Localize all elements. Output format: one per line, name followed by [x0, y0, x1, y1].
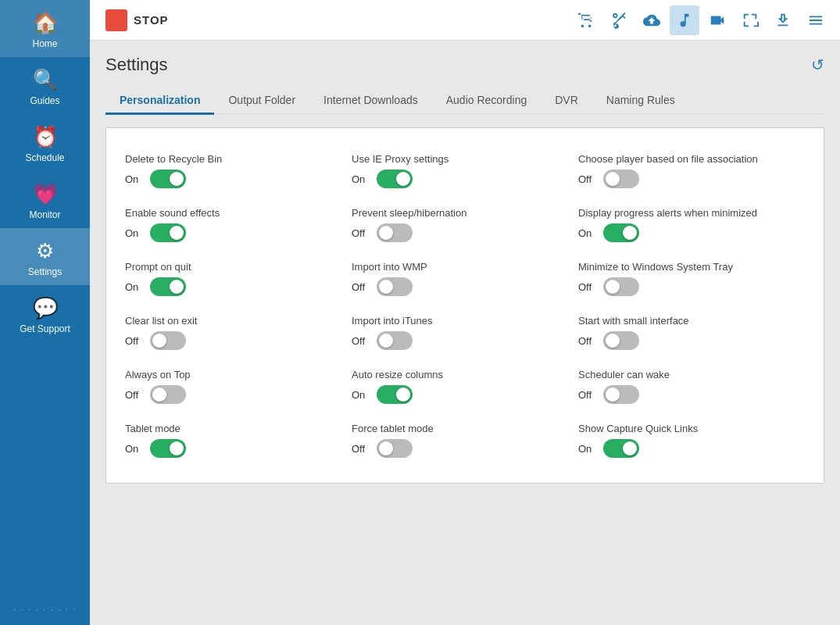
toggle-enable-sound[interactable]: [150, 223, 186, 242]
toggle-auto-resize[interactable]: [377, 385, 413, 404]
tab-audio-recording[interactable]: Audio Recording: [432, 88, 542, 115]
page-title-row: Settings ↺: [105, 55, 824, 75]
toggle-state-minimize-tray: Off: [578, 281, 597, 293]
toggle-row-prompt-quit: On: [125, 277, 339, 296]
toggle-state-start-small: Off: [578, 335, 597, 347]
setting-start-small: Start with small interface Off: [578, 305, 805, 359]
toggle-row-always-on-top: Off: [125, 385, 339, 404]
setting-prevent-sleep: Prevent sleep/hibernation Off: [352, 198, 578, 252]
toggle-minimize-tray[interactable]: [603, 277, 639, 296]
toggle-row-delete-recycle: On: [125, 170, 339, 188]
heart-icon: 💗: [33, 182, 58, 206]
reset-button[interactable]: ↺: [811, 55, 824, 74]
toggle-state-scheduler-wake: Off: [578, 389, 597, 401]
setting-label-prevent-sleep: Prevent sleep/hibernation: [352, 207, 566, 219]
toggle-state-tablet-mode: On: [125, 443, 144, 455]
setting-show-capture: Show Capture Quick Links On: [578, 413, 805, 467]
toolbar: STOP: [90, 0, 840, 41]
toggle-choose-player[interactable]: [603, 170, 639, 188]
sidebar-item-guides[interactable]: 🔍 Guides: [0, 57, 90, 114]
resize-icon-button[interactable]: [735, 5, 765, 35]
toggle-state-clear-list: Off: [125, 335, 144, 347]
stop-icon: [105, 9, 127, 31]
setting-tablet-mode: Tablet mode On: [125, 413, 352, 467]
sidebar-label-monitor: Monitor: [29, 209, 60, 220]
toggle-row-prevent-sleep: Off: [352, 223, 566, 242]
toggle-use-ie-proxy[interactable]: [377, 170, 413, 188]
upload-cloud-icon-button[interactable]: [637, 5, 667, 35]
toggle-row-enable-sound: On: [125, 223, 339, 242]
setting-label-show-capture: Show Capture Quick Links: [578, 423, 792, 434]
setting-label-import-wmp: Import into WMP: [352, 261, 566, 273]
cart-icon-button[interactable]: [571, 5, 601, 35]
toggle-display-progress[interactable]: [603, 223, 639, 242]
toggle-delete-recycle[interactable]: [150, 170, 186, 188]
stop-label: STOP: [134, 13, 169, 27]
chat-icon: 💬: [33, 296, 58, 320]
music-icon-button[interactable]: [670, 5, 699, 35]
setting-enable-sound: Enable sound effects On: [125, 198, 352, 252]
toggle-row-force-tablet: Off: [352, 439, 566, 458]
sidebar-item-settings[interactable]: ⚙ Settings: [0, 228, 90, 285]
toggle-import-itunes[interactable]: [377, 331, 413, 350]
toggle-scheduler-wake[interactable]: [603, 385, 639, 404]
setting-label-enable-sound: Enable sound effects: [125, 207, 339, 219]
tab-output-folder[interactable]: Output Folder: [214, 88, 309, 115]
sidebar-label-home: Home: [32, 38, 57, 49]
toggle-state-delete-recycle: On: [125, 173, 144, 185]
setting-label-tablet-mode: Tablet mode: [125, 423, 339, 434]
toggle-always-on-top[interactable]: [150, 385, 186, 404]
setting-auto-resize: Auto resize columns On: [352, 359, 578, 413]
sidebar-label-guides: Guides: [30, 95, 59, 106]
download-icon-button[interactable]: [768, 5, 798, 35]
scissors-icon-button[interactable]: [604, 5, 634, 35]
toggle-state-import-wmp: Off: [352, 281, 370, 293]
video-camera-icon-button[interactable]: [702, 5, 732, 35]
toggle-clear-list[interactable]: [150, 331, 186, 350]
setting-label-import-itunes: Import into iTunes: [352, 315, 566, 327]
tab-naming-rules[interactable]: Naming Rules: [592, 88, 689, 115]
toggle-prompt-quit[interactable]: [150, 277, 186, 296]
sidebar-item-home[interactable]: 🏠 Home: [0, 0, 90, 57]
setting-label-start-small: Start with small interface: [578, 315, 792, 327]
setting-import-itunes: Import into iTunes Off: [352, 305, 578, 359]
toggle-row-auto-resize: On: [352, 385, 566, 404]
toggle-row-use-ie-proxy: On: [352, 170, 566, 188]
toggle-import-wmp[interactable]: [377, 277, 413, 296]
sidebar-item-monitor[interactable]: 💗 Monitor: [0, 171, 90, 228]
content-area: Settings ↺ Personalization Output Folder…: [90, 41, 840, 625]
sidebar-item-schedule[interactable]: ⏰ Schedule: [0, 114, 90, 171]
sidebar-dots: · · · · · · · · ·: [2, 595, 88, 625]
tab-personalization[interactable]: Personalization: [105, 88, 214, 115]
setting-use-ie-proxy: Use IE Proxy settings On: [352, 144, 578, 198]
toggle-state-use-ie-proxy: On: [352, 173, 370, 185]
toggle-show-capture[interactable]: [603, 439, 639, 458]
setting-label-auto-resize: Auto resize columns: [352, 369, 566, 380]
toggle-row-display-progress: On: [578, 223, 792, 242]
toggle-state-always-on-top: Off: [125, 389, 144, 401]
tab-dvr[interactable]: DVR: [541, 88, 592, 115]
sidebar-item-get-support[interactable]: 💬 Get Support: [0, 285, 90, 342]
toggle-row-import-wmp: Off: [352, 277, 566, 296]
setting-label-delete-recycle: Delete to Recycle Bin: [125, 153, 339, 165]
toggle-tablet-mode[interactable]: [150, 439, 186, 458]
toggle-prevent-sleep[interactable]: [377, 223, 413, 242]
sidebar-label-settings: Settings: [28, 266, 62, 277]
toggle-row-choose-player: Off: [578, 170, 792, 188]
tab-internet-downloads[interactable]: Internet Downloads: [309, 88, 432, 115]
setting-prompt-quit: Prompt on quit On: [125, 252, 352, 305]
setting-label-always-on-top: Always on Top: [125, 369, 339, 380]
clock-icon: ⏰: [33, 125, 58, 149]
toggle-row-clear-list: Off: [125, 331, 339, 350]
stop-button[interactable]: STOP: [99, 6, 175, 34]
toggle-force-tablet[interactable]: [377, 439, 413, 458]
menu-icon-button[interactable]: [801, 5, 831, 35]
setting-label-scheduler-wake: Scheduler can wake: [578, 369, 792, 380]
setting-clear-list: Clear list on exit Off: [125, 305, 352, 359]
toggle-start-small[interactable]: [603, 331, 639, 350]
toggle-row-import-itunes: Off: [352, 331, 566, 350]
settings-panel: Delete to Recycle Bin On Use IE Proxy se…: [105, 127, 824, 484]
toggle-state-display-progress: On: [578, 227, 597, 239]
setting-choose-player: Choose player based on file association …: [578, 144, 805, 198]
settings-tabs: Personalization Output Folder Internet D…: [105, 88, 824, 115]
